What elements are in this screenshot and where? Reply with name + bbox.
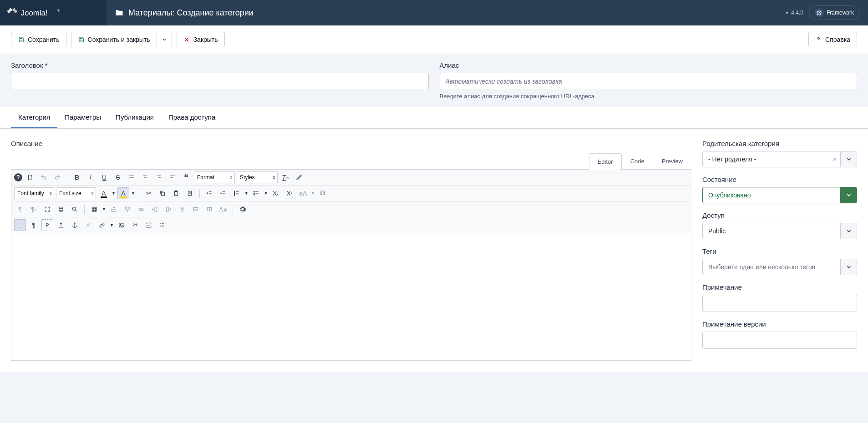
case-icon[interactable]: аА bbox=[297, 187, 309, 199]
access-label: Доступ bbox=[702, 212, 857, 219]
note-input[interactable] bbox=[702, 295, 857, 312]
underline-icon[interactable]: U bbox=[98, 171, 110, 183]
version-note-input[interactable] bbox=[702, 332, 857, 349]
nonbreaking-icon[interactable]: P bbox=[41, 219, 53, 231]
framework-button[interactable]: Framework bbox=[809, 5, 860, 20]
link-icon[interactable] bbox=[96, 219, 108, 231]
fontfamily-select[interactable]: Font family bbox=[14, 187, 54, 199]
fontsize-select[interactable]: Font size bbox=[56, 187, 96, 199]
editor-tab-preview[interactable]: Preview bbox=[653, 153, 691, 169]
text-style-icon[interactable]: Aᴀ bbox=[217, 203, 229, 215]
format-select[interactable]: Format bbox=[194, 171, 235, 183]
tags-select[interactable]: Выберите один или несколько тегов bbox=[702, 259, 857, 275]
brush-icon[interactable] bbox=[293, 171, 305, 183]
anchor-icon[interactable] bbox=[69, 219, 81, 231]
editor-mode-tabs: Editor Code Preview bbox=[11, 153, 691, 169]
editor-tab-editor[interactable]: Editor bbox=[589, 153, 622, 170]
paste-icon[interactable] bbox=[170, 187, 182, 199]
title-input[interactable] bbox=[11, 73, 429, 90]
readmore-icon[interactable] bbox=[157, 219, 168, 231]
charmap-icon[interactable]: Ω bbox=[317, 187, 329, 199]
italic-icon[interactable]: I bbox=[85, 171, 96, 183]
link-caret[interactable]: ▼ bbox=[110, 223, 114, 227]
align-center-icon[interactable] bbox=[139, 171, 151, 183]
numlist-caret[interactable]: ▼ bbox=[244, 191, 249, 196]
redo-icon[interactable] bbox=[51, 171, 63, 183]
visualaid-icon[interactable] bbox=[14, 219, 26, 231]
clear-format-icon[interactable]: T× bbox=[279, 171, 291, 183]
row-delete-icon[interactable] bbox=[135, 203, 147, 215]
pagebreak-icon[interactable] bbox=[143, 219, 155, 231]
save-close-button[interactable]: Сохранить и закрыть bbox=[71, 32, 157, 47]
tab-publishing[interactable]: Публикация bbox=[108, 107, 161, 128]
sup-icon[interactable]: X² bbox=[284, 187, 295, 199]
split-icon[interactable] bbox=[203, 203, 215, 215]
col-before-icon[interactable] bbox=[149, 203, 161, 215]
clear-icon[interactable]: × bbox=[829, 151, 840, 167]
tab-category[interactable]: Категория bbox=[11, 107, 57, 128]
table-icon[interactable] bbox=[88, 203, 100, 215]
row-after-icon[interactable] bbox=[122, 203, 133, 215]
hr-icon[interactable]: — bbox=[330, 187, 342, 199]
tab-permissions[interactable]: Права доступа bbox=[161, 107, 223, 128]
bgcolor-icon[interactable]: A bbox=[117, 187, 129, 199]
alias-input[interactable] bbox=[440, 73, 858, 90]
row-before-icon[interactable] bbox=[108, 203, 120, 215]
gear-icon[interactable] bbox=[237, 203, 249, 215]
rtl-icon[interactable]: ¶› bbox=[28, 203, 40, 215]
fullscreen-icon[interactable] bbox=[41, 203, 53, 215]
bullist-caret[interactable]: ▼ bbox=[264, 191, 268, 196]
outdent-icon[interactable] bbox=[203, 187, 215, 199]
bullist-icon[interactable] bbox=[250, 187, 262, 199]
alias-hint: Введите алиас для создания сокращенного … bbox=[440, 93, 858, 100]
image-icon[interactable] bbox=[116, 219, 127, 231]
strike-icon[interactable]: S bbox=[112, 171, 124, 183]
align-left-icon[interactable] bbox=[167, 171, 178, 183]
print-icon[interactable] bbox=[55, 203, 67, 215]
help-button[interactable]: Справка bbox=[808, 32, 857, 47]
col-after-icon[interactable] bbox=[162, 203, 174, 215]
newdoc-icon[interactable] bbox=[24, 171, 36, 183]
numlist-icon[interactable]: 123 bbox=[231, 187, 243, 199]
chevron-down-icon[interactable] bbox=[840, 223, 857, 239]
show-blocks-icon[interactable]: ¶ bbox=[28, 219, 40, 231]
parent-select[interactable]: - Нет родителя - × bbox=[702, 151, 857, 167]
brand[interactable]: Joomla!® bbox=[0, 6, 107, 19]
svg-point-25 bbox=[74, 223, 75, 224]
fx-icon[interactable] bbox=[129, 219, 141, 231]
case-caret[interactable]: ▼ bbox=[311, 191, 315, 196]
save-button[interactable]: Сохранить bbox=[11, 32, 66, 47]
unlink-icon[interactable] bbox=[82, 219, 94, 231]
state-select[interactable]: Опубликовано bbox=[702, 187, 857, 203]
bgcolor-caret[interactable]: ▼ bbox=[131, 191, 135, 196]
col-delete-icon[interactable] bbox=[176, 203, 188, 215]
textcolor-caret[interactable]: ▼ bbox=[112, 191, 116, 196]
save-dropdown-button[interactable] bbox=[157, 32, 172, 47]
help-icon[interactable]: ? bbox=[14, 173, 22, 181]
styles-select[interactable]: Styles bbox=[237, 171, 278, 183]
undo-icon[interactable] bbox=[38, 171, 50, 183]
table-caret[interactable]: ▼ bbox=[102, 207, 106, 212]
align-justify-icon[interactable] bbox=[126, 171, 137, 183]
chevron-down-icon[interactable] bbox=[840, 187, 857, 203]
merge-icon[interactable] bbox=[190, 203, 202, 215]
blockquote-icon[interactable]: ❝ bbox=[180, 171, 192, 183]
close-button[interactable]: Закрыть bbox=[177, 32, 225, 47]
search-icon[interactable] bbox=[69, 203, 81, 215]
cut-icon[interactable]: ✂ bbox=[143, 187, 155, 199]
chevron-down-icon[interactable] bbox=[840, 259, 857, 275]
textcolor-icon[interactable]: A bbox=[98, 187, 110, 199]
align-right-icon[interactable] bbox=[153, 171, 165, 183]
paste-text-icon[interactable] bbox=[184, 187, 196, 199]
editor-body[interactable] bbox=[11, 233, 691, 361]
access-select[interactable]: Public bbox=[702, 223, 857, 239]
ltr-icon[interactable]: ¶ bbox=[14, 203, 26, 215]
copy-icon[interactable] bbox=[157, 187, 168, 199]
chevron-down-icon[interactable] bbox=[840, 151, 857, 167]
bold-icon[interactable]: B bbox=[71, 171, 83, 183]
tab-params[interactable]: Параметры bbox=[57, 107, 108, 128]
editor-tab-code[interactable]: Code bbox=[622, 153, 653, 169]
sub-icon[interactable]: X₂ bbox=[270, 187, 282, 199]
upload-icon[interactable] bbox=[55, 219, 67, 231]
indent-icon[interactable] bbox=[217, 187, 229, 199]
